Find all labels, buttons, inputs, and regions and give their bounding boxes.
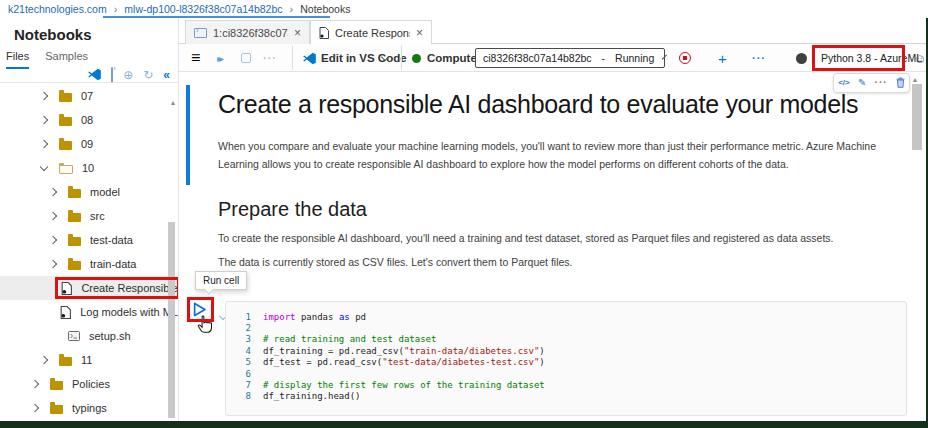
tree-item-train-data[interactable]: train-data — [0, 252, 178, 276]
breadcrumb-link-workspace[interactable]: mlw-dp100-l8326f38c07a14b82bc — [124, 3, 282, 15]
new-compute-icon[interactable]: + — [718, 44, 727, 72]
expander-chevron-icon[interactable] — [46, 189, 60, 195]
tree-item-test-data[interactable]: test-data — [0, 228, 178, 252]
tree-item-08[interactable]: 08 — [0, 108, 178, 132]
vscode-icon — [303, 44, 316, 72]
line-number: 8 — [226, 391, 251, 401]
expander-chevron-icon[interactable] — [46, 237, 60, 243]
tree-item-policies[interactable]: Policies — [0, 372, 178, 396]
code-text: # display the first few rows of the trai… — [263, 380, 545, 390]
expander-chevron-icon[interactable] — [46, 261, 60, 267]
sidebar-scroll-up-icon[interactable]: ▴ — [171, 98, 175, 107]
delete-icon[interactable] — [896, 77, 905, 90]
line-number: 7 — [226, 380, 251, 390]
compute-status-dot — [412, 44, 421, 72]
folder-icon — [59, 355, 72, 366]
tree-item-label: Policies — [72, 378, 110, 390]
stop-icon[interactable] — [241, 44, 251, 72]
sidebar-tabs: Files Samples — [6, 50, 88, 69]
editor-tab-notebook[interactable]: Create Responsible A × — [310, 20, 432, 45]
expander-chevron-icon[interactable] — [37, 93, 51, 99]
compute-name: ci8326f38c07a14b82bc — [483, 52, 592, 64]
edit-in-vscode-button[interactable]: Edit in VS Code — [321, 44, 407, 72]
section-paragraph-1: To create the responsible AI dashboard, … — [218, 232, 918, 244]
line-number: 3 — [226, 334, 251, 344]
code-line: 2 — [226, 322, 906, 333]
cell-more-icon[interactable]: ··· — [875, 78, 888, 88]
code-lines: 1import pandas as pd23# read training an… — [226, 311, 906, 402]
tree-item-10[interactable]: 10 — [0, 156, 178, 180]
tree-item-label: train-data — [90, 258, 136, 270]
kernel-status-dot — [796, 44, 807, 72]
code-text: import pandas as pd — [263, 312, 366, 322]
file-tree: 07080910modelsrctest-datatrain-dataCreat… — [0, 84, 178, 421]
tab-samples[interactable]: Samples — [45, 50, 88, 69]
main-scrollbar-thumb[interactable] — [912, 84, 922, 150]
compute-status: Running — [615, 52, 654, 64]
tree-item-label: model — [90, 186, 120, 198]
tree-item-label: src — [90, 210, 105, 222]
breadcrumb-link-workspace-root[interactable]: k21technologies.com — [8, 3, 107, 15]
terminal-icon — [194, 28, 207, 38]
line-number: 1 — [226, 312, 251, 322]
sidebar-title: Notebooks — [14, 26, 92, 43]
notebook-icon — [60, 306, 71, 319]
code-text: df_training = pd.read_csv("train-data/di… — [263, 346, 545, 356]
line-number: 2 — [226, 323, 251, 333]
collapse-sidebar-icon[interactable]: « — [163, 69, 170, 81]
close-icon[interactable]: × — [294, 26, 301, 40]
chevron-down-icon[interactable] — [382, 44, 388, 72]
feedback-smiley-icon[interactable]: ☺ — [913, 44, 926, 72]
tree-item-07[interactable]: 07 — [0, 84, 178, 108]
sidebar-divider — [0, 82, 179, 83]
breadcrumb-separator-icon: › — [114, 3, 118, 15]
tree-item-11[interactable]: 11 — [0, 348, 178, 372]
tree-item-model[interactable]: model — [0, 180, 178, 204]
tree-item-create-responsible[interactable]: Create Responsible — [0, 276, 178, 300]
code-cell-editor[interactable]: 1import pandas as pd23# read training an… — [225, 301, 907, 416]
compute-more-icon[interactable]: ··· — [752, 44, 766, 72]
notebook-intro: When you compare and evaluate your machi… — [218, 138, 886, 173]
code-line: 3# read training and test dataset — [226, 334, 906, 345]
tree-item-setup-sh[interactable]: setup.sh — [0, 324, 178, 348]
toolbar-divider — [292, 46, 293, 70]
tree-item-log-models-with-ml[interactable]: Log models with ML — [0, 300, 178, 324]
run-all-icon[interactable]: ▸▸ — [217, 44, 224, 72]
tree-item-09[interactable]: 09 — [0, 132, 178, 156]
expander-chevron-icon[interactable] — [28, 381, 42, 387]
main-area: 1:ci8326f38c07a14b82b × Create Responsib… — [179, 18, 928, 421]
tab-files[interactable]: Files — [6, 50, 29, 69]
notebook-title: Create a responsible AI dashboard to eva… — [218, 90, 908, 119]
edit-icon[interactable]: ✎ — [858, 78, 866, 88]
expander-chevron-icon[interactable] — [37, 117, 51, 123]
vscode-icon[interactable] — [88, 68, 101, 81]
stop-compute-icon[interactable] — [679, 44, 691, 72]
menu-icon[interactable]: ≡ — [191, 44, 200, 72]
code-line: 6 — [226, 368, 906, 379]
sidebar-scrollbar-thumb[interactable] — [168, 222, 175, 418]
close-icon[interactable]: × — [416, 26, 423, 40]
folder-icon — [68, 211, 81, 222]
tree-item-label: typings — [72, 402, 107, 414]
main-scroll-up-icon[interactable]: ▴ — [913, 75, 917, 84]
compute-dropdown[interactable]: ci8326f38c07a14b82bc - Running — [475, 48, 665, 68]
code-view-icon[interactable]: </> — [838, 79, 850, 87]
folder-open-icon — [59, 163, 73, 174]
refresh-icon[interactable]: ↻ — [143, 69, 153, 81]
kernel-dropdown[interactable]: Python 3.8 - AzureML — [821, 48, 902, 68]
folder-icon — [68, 235, 81, 246]
folder-icon — [59, 115, 72, 126]
section-paragraph-2: The data is currently stored as CSV file… — [218, 256, 918, 268]
expander-chevron-icon[interactable] — [46, 213, 60, 219]
expander-chevron-icon[interactable] — [28, 405, 42, 411]
expander-chevron-icon[interactable] — [37, 357, 51, 363]
expander-chevron-icon[interactable] — [37, 166, 51, 170]
tree-item-src[interactable]: src — [0, 204, 178, 228]
terminal-icon[interactable] — [111, 69, 113, 81]
line-number: 4 — [226, 346, 251, 356]
editor-tab-terminal[interactable]: 1:ci8326f38c07a14b82b × — [185, 20, 310, 45]
add-circle-icon[interactable]: ⊕ — [123, 69, 133, 81]
expander-chevron-icon[interactable] — [37, 141, 51, 147]
tree-item-typings[interactable]: typings — [0, 396, 178, 420]
more-actions-icon[interactable]: ··· — [263, 44, 277, 72]
